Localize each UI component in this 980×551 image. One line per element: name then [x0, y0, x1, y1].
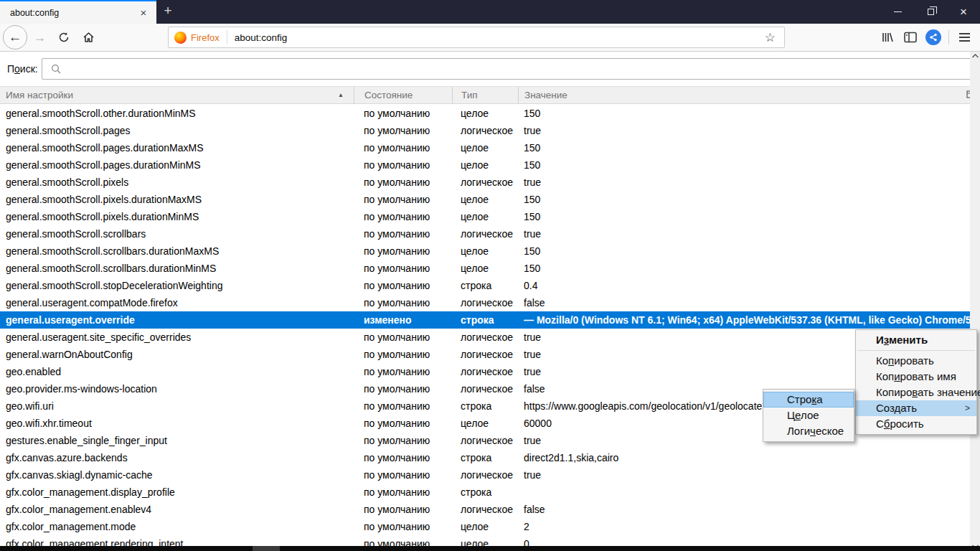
window-controls: × — [881, 0, 980, 24]
table-row[interactable]: general.smoothScroll.pixels.durationMaxM… — [0, 191, 970, 208]
toolbar-right — [876, 27, 976, 48]
pref-type: логическое — [452, 380, 518, 397]
pref-status: по умолчанию — [354, 191, 452, 208]
table-row[interactable]: general.smoothScroll.pixels по умолчанию… — [0, 174, 970, 191]
table-row[interactable]: geo.enabled по умолчанию логическое true — [0, 363, 970, 380]
menu-item-копировать[interactable]: Копировать — [856, 353, 976, 369]
sidebar-button[interactable] — [899, 27, 922, 48]
preferences-list: general.smoothScroll.other.durationMinMS… — [0, 105, 970, 551]
table-row[interactable]: general.smoothScroll.pages.durationMinMS… — [0, 156, 970, 174]
table-row[interactable]: general.smoothScroll.scrollbars.duration… — [0, 242, 970, 260]
pref-type: строка — [452, 484, 518, 501]
pref-type: логическое — [452, 466, 518, 484]
pref-value: true — [518, 466, 970, 484]
column-header-status[interactable]: Состояние — [354, 87, 452, 103]
menu-item-создать[interactable]: Создать> — [856, 400, 976, 416]
pref-type: логическое — [452, 225, 518, 242]
identity-badge[interactable]: Firefox — [174, 30, 227, 44]
tab-title: about:config — [10, 8, 136, 18]
scroll-up-icon[interactable] — [972, 54, 979, 58]
sidebar-icon — [904, 32, 917, 43]
pref-type: целое — [452, 191, 518, 208]
submenu-item-строка[interactable]: Строка — [763, 392, 854, 408]
pref-name: general.smoothScroll.scrollbars.duration… — [0, 242, 354, 260]
menu-item-копировать-значение[interactable]: Копировать значение — [856, 385, 976, 400]
column-header-name[interactable]: Имя настройки ▲ — [0, 87, 354, 103]
search-input[interactable] — [42, 58, 974, 80]
search-label: Поиск: — [7, 63, 38, 75]
pref-status: по умолчанию — [354, 277, 452, 294]
menu-item-копировать-имя[interactable]: Копировать имя — [856, 369, 976, 385]
pref-status: по умолчанию — [354, 380, 452, 397]
share-button[interactable] — [922, 27, 945, 48]
tab-close-icon[interactable]: × — [136, 6, 151, 20]
pref-status: по умолчанию — [354, 501, 452, 518]
back-button[interactable]: ← — [3, 25, 27, 50]
toolbar-separator — [948, 30, 949, 44]
pref-value: 0.4 — [518, 277, 970, 294]
vertical-scrollbar[interactable] — [970, 52, 980, 551]
column-header-value[interactable]: Значение — [518, 87, 980, 103]
table-row[interactable]: gfx.canvas.skiagl.dynamic-cache по умолч… — [0, 466, 970, 484]
table-row[interactable]: general.smoothScroll.pages по умолчанию … — [0, 122, 970, 139]
reload-button[interactable] — [53, 27, 75, 48]
table-row[interactable]: general.smoothScroll.scrollbars.duration… — [0, 260, 970, 277]
pref-status: по умолчанию — [354, 397, 452, 415]
column-header-type[interactable]: Тип — [452, 87, 518, 103]
menu-item-изменить[interactable]: Изменить — [856, 332, 976, 348]
pref-status: по умолчанию — [354, 518, 452, 535]
library-button[interactable] — [876, 27, 899, 48]
table-row[interactable]: general.smoothScroll.other.durationMinMS… — [0, 105, 970, 122]
url-text[interactable]: about:config — [235, 32, 762, 43]
pref-value: direct2d1.1,skia,cairo — [518, 449, 970, 466]
menu-item-сбросить[interactable]: Сбросить — [856, 416, 976, 432]
pref-value: 150 — [518, 191, 970, 208]
table-row[interactable]: gfx.canvas.azure.backends по умолчанию с… — [0, 449, 970, 466]
share-icon — [925, 29, 941, 45]
pref-type: логическое — [452, 174, 518, 191]
home-icon — [83, 32, 95, 43]
bookmark-star-icon[interactable]: ☆ — [762, 30, 778, 45]
pref-status: по умолчанию — [354, 174, 452, 191]
search-icon — [51, 64, 62, 75]
pref-status: по умолчанию — [354, 242, 452, 260]
browser-tab[interactable]: about:config × — [0, 0, 156, 24]
table-row[interactable]: general.useragent.compatMode.firefox по … — [0, 294, 970, 311]
pref-type: строка — [452, 311, 518, 329]
pref-name: geo.wifi.xhr.timeout — [0, 415, 354, 432]
table-row[interactable]: gfx.color_management.display_profile по … — [0, 484, 970, 501]
forward-button[interactable]: → — [29, 27, 50, 48]
url-bar[interactable]: Firefox about:config ☆ — [168, 27, 785, 48]
pref-status: по умолчанию — [354, 105, 452, 122]
table-row[interactable]: general.smoothScroll.scrollbars по умолч… — [0, 225, 970, 242]
table-row[interactable]: general.smoothScroll.pages.durationMaxMS… — [0, 139, 970, 156]
pref-name: general.warnOnAboutConfig — [0, 346, 354, 363]
pref-value: 150 — [518, 208, 970, 225]
navigation-toolbar: ← → Firefox about:config ☆ — [0, 24, 980, 52]
table-row[interactable]: general.smoothScroll.stopDecelerationWei… — [0, 277, 970, 294]
table-row[interactable]: general.warnOnAboutConfig по умолчанию л… — [0, 346, 970, 363]
table-row[interactable]: gfx.color_management.enablev4 по умолчан… — [0, 501, 970, 518]
pref-type: целое — [452, 208, 518, 225]
submenu-item-целое[interactable]: Целое — [763, 408, 854, 423]
menu-button[interactable] — [953, 27, 976, 48]
minimize-icon — [894, 11, 902, 12]
table-row[interactable]: gfx.color_management.mode по умолчанию ц… — [0, 518, 970, 535]
new-tab-button[interactable]: + — [156, 0, 179, 24]
table-row-selected[interactable]: general.useragent.override изменено стро… — [0, 311, 970, 329]
library-icon — [881, 32, 894, 43]
restore-button[interactable] — [914, 0, 947, 24]
home-button[interactable] — [77, 27, 99, 48]
pref-name: general.smoothScroll.scrollbars — [0, 225, 354, 242]
table-row[interactable]: general.smoothScroll.pixels.durationMinM… — [0, 208, 970, 225]
close-button[interactable]: × — [947, 0, 980, 24]
table-row[interactable]: general.useragent.site_specific_override… — [0, 329, 970, 346]
submenu-item-логическое[interactable]: Логическое — [763, 423, 854, 439]
pref-type: логическое — [452, 329, 518, 346]
pref-name: general.smoothScroll.pixels.durationMinM… — [0, 208, 354, 225]
pref-value: true — [518, 174, 970, 191]
table-header: Имя настройки ▲ Состояние Тип Значение — [0, 86, 980, 104]
pref-status: по умолчанию — [354, 329, 452, 346]
minimize-button[interactable] — [881, 0, 914, 24]
about-config-page: Поиск: Имя настройки ▲ Состояние Тип Зна… — [0, 52, 980, 551]
